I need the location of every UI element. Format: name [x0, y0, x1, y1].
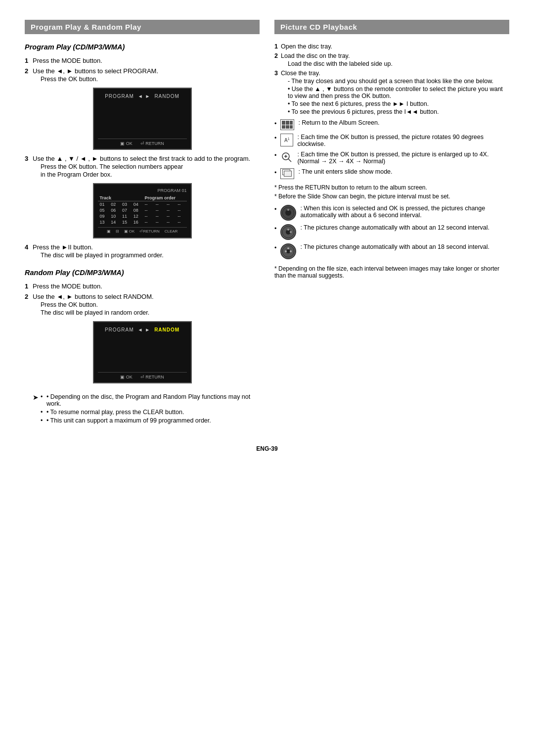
screen1-body — [98, 102, 187, 137]
program-play-step3: 3 Use the ▲ , ▼ / ◄ , ► buttons to selec… — [25, 155, 260, 178]
notes-block: ➤ • Depending on the disc, the Program a… — [25, 393, 260, 425]
page-container: Program Play & Random Play Program Play … — [25, 20, 509, 430]
note-1: • Depending on the disc, the Program and… — [41, 393, 260, 407]
screen1-ok: ▣ OK — [120, 141, 133, 146]
star-notes: * Press the RETURN button to return to t… — [274, 184, 509, 200]
program-play-title: Program Play (CD/MP3/WMA) — [25, 43, 260, 51]
random-play-section: Random Play (CD/MP3/WMA) 1 Press the MOD… — [25, 269, 260, 383]
picture-step-1-text: Open the disc tray. — [281, 43, 332, 50]
screen1-top: PROGRAM ◄ ► RANDOM — [98, 94, 187, 99]
random-screen-mock: PROGRAM ◄ ► RANDOM ▣ OK ⏎ RETURN — [93, 321, 192, 383]
random-screen-random: RANDOM — [154, 327, 179, 332]
random-step-1-text: Press the MODE button. — [33, 283, 102, 290]
random-screen-body — [98, 335, 187, 370]
step-1-num: 1 — [25, 57, 28, 64]
circle-18s-icon — [280, 243, 296, 259]
screen-mock-2: PROGRAM 01 Track Program order 01020304 … — [93, 183, 192, 238]
picture-step-2: 2 Load the disc on the tray. Load the di… — [274, 52, 509, 67]
step-3-sub1: Press the OK button. The selection numbe… — [33, 163, 260, 170]
step-2-num: 2 — [25, 67, 28, 75]
screen2-col1: Track — [98, 195, 143, 201]
star-note-1: * Press the RETURN button to return to t… — [274, 184, 509, 191]
arrow-symbol: ➤ — [33, 393, 39, 401]
step-2-sub: Press the OK button. — [33, 76, 260, 83]
step-3-sub2: in the Program Order box. — [33, 171, 260, 178]
picture-step-3-sub0: - The tray closes and you should get a s… — [281, 78, 509, 85]
random-screen-arrows: ◄ ► — [138, 327, 151, 332]
picture-step-3-sub3: • To see the previous 6 pictures, press … — [281, 108, 509, 115]
slide-18s-text: : The pictures change automatically with… — [300, 243, 490, 250]
picture-step-3-sub2: • To see the next 6 pictures, press the … — [281, 100, 509, 107]
left-section-header: Program Play & Random Play — [25, 20, 260, 34]
step-3-num: 3 — [25, 155, 28, 162]
icon-items-list: • : Return to the Album Screen. • A1 : E… — [274, 119, 509, 179]
svg-point-6 — [287, 209, 289, 211]
left-column: Program Play & Random Play Program Play … — [25, 20, 260, 430]
screen1-program: PROGRAM — [105, 94, 134, 99]
slide-12s-text: : The pictures change automatically with… — [300, 224, 490, 231]
screen2-title: PROGRAM 01 — [98, 188, 187, 193]
screen1-arrows: ◄ ► — [138, 94, 151, 99]
slide-icon-12s: • : The pictures change automatically wi… — [274, 224, 509, 240]
grid-icon — [280, 119, 294, 130]
step-4-sub: The disc will be played in programmed or… — [33, 252, 260, 259]
slideshow-icon — [280, 168, 294, 179]
note-3: • This unit can support a maximum of 99 … — [41, 417, 260, 424]
page-number: ENG-39 — [25, 445, 509, 452]
screen2-bottom: ▣ ⊟ ▣ OK ⏎RETURN CLEAR — [98, 227, 187, 234]
step-3-text: Use the ▲ , ▼ / ◄ , ► buttons to select … — [33, 155, 250, 162]
notes-list: • Depending on the disc, the Program and… — [41, 393, 260, 425]
svg-point-14 — [290, 250, 292, 252]
icon-item-rotate-text: : Each time the OK button is pressed, th… — [297, 134, 509, 147]
circle-12s-icon — [280, 224, 296, 240]
random-play-title: Random Play (CD/MP3/WMA) — [25, 269, 260, 277]
star-note-2: * Before the Slide Show can begin, the p… — [274, 193, 509, 200]
svg-point-12 — [286, 249, 290, 253]
random-step-1-num: 1 — [25, 283, 28, 290]
icon-item-slide: • : The unit enters slide show mode. — [274, 168, 509, 179]
screen1-bottom: ▣ OK ⏎ RETURN — [98, 139, 187, 146]
random-step-1: 1 Press the MODE button. — [25, 283, 260, 290]
step-1-text: Press the MODE button. — [33, 57, 102, 64]
note-2: • To resume normal play, press the CLEAR… — [41, 409, 260, 416]
slide-icons-list: • : When this icon is selected and OK is… — [274, 205, 509, 259]
picture-step-2-text: Load the disc on the tray. — [281, 52, 393, 59]
random-step-2: 2 Use the ◄, ► buttons to select RANDOM.… — [25, 293, 260, 316]
icon-item-zoom: • : Each time the OK button is pressed, … — [274, 151, 509, 165]
step-2: 2 Use the ◄, ► buttons to select PROGRAM… — [25, 67, 260, 83]
svg-point-9 — [287, 229, 289, 231]
table-row: 01020304 -------- — [98, 201, 187, 208]
zoom-icon — [280, 151, 293, 164]
step-1: 1 Press the MODE button. — [25, 57, 260, 64]
random-screen-return: ⏎ RETURN — [140, 375, 164, 379]
step-2-text: Use the ◄, ► buttons to select PROGRAM. — [33, 67, 158, 75]
random-screen-top: PROGRAM ◄ ► RANDOM — [98, 327, 187, 332]
right-section-header: Picture CD Playback — [274, 20, 509, 34]
arrow-note: ➤ • Depending on the disc, the Program a… — [33, 393, 260, 425]
picture-step-2-sub: Load the disc with the labeled side up. — [281, 60, 393, 67]
random-step-2-text: Use the ◄, ► buttons to select RANDOM. — [33, 293, 154, 300]
table-row: 09101112 -------- — [98, 213, 187, 219]
svg-point-15 — [285, 250, 287, 252]
icon-item-zoom-text: : Each time the OK button is pressed, th… — [297, 151, 509, 165]
screen-mock-1: PROGRAM ◄ ► RANDOM ▣ OK ⏎ RETURN — [93, 88, 192, 150]
program-play-step4: 4 Press the ►II button. The disc will be… — [25, 243, 260, 259]
icon-item-grid-text: : Return to the Album Screen. — [298, 119, 379, 126]
random-screen-bottom: ▣ OK ⏎ RETURN — [98, 372, 187, 379]
svg-line-1 — [288, 159, 291, 162]
picture-step-3-text: Close the tray. — [281, 70, 509, 77]
slide-icon-6s: • : When this icon is selected and OK is… — [274, 205, 509, 221]
random-step-2-num: 2 — [25, 293, 28, 300]
svg-point-13 — [287, 247, 289, 249]
picture-step-1: 1 Open the disc tray. — [274, 43, 509, 50]
picture-step-3-sub1: • Use the ▲ , ▼ buttons on the remote co… — [281, 86, 509, 99]
screen1-return: ⏎ RETURN — [140, 141, 164, 146]
slide-6s-text: : When this icon is selected and OK is p… — [300, 205, 509, 219]
random-screen-ok: ▣ OK — [120, 375, 133, 379]
screen1-random: RANDOM — [154, 94, 179, 99]
screen2-table: Track Program order 01020304 -------- 05… — [98, 195, 187, 225]
random-screen-program: PROGRAM — [105, 327, 134, 332]
program-play-steps: 1 Press the MODE button. 2 Use the ◄, ► … — [25, 57, 260, 83]
random-step-2-sub1: Press the OK button. — [33, 301, 260, 308]
picture-step-3: 3 Close the tray. - The tray closes and … — [274, 70, 509, 115]
